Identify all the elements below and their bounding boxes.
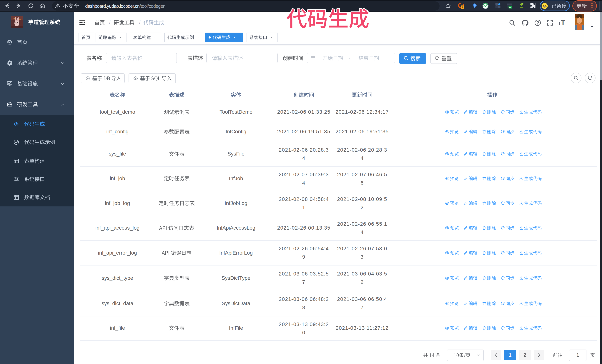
svg-text:on: on	[509, 7, 511, 9]
svg-text:1: 1	[462, 6, 463, 9]
